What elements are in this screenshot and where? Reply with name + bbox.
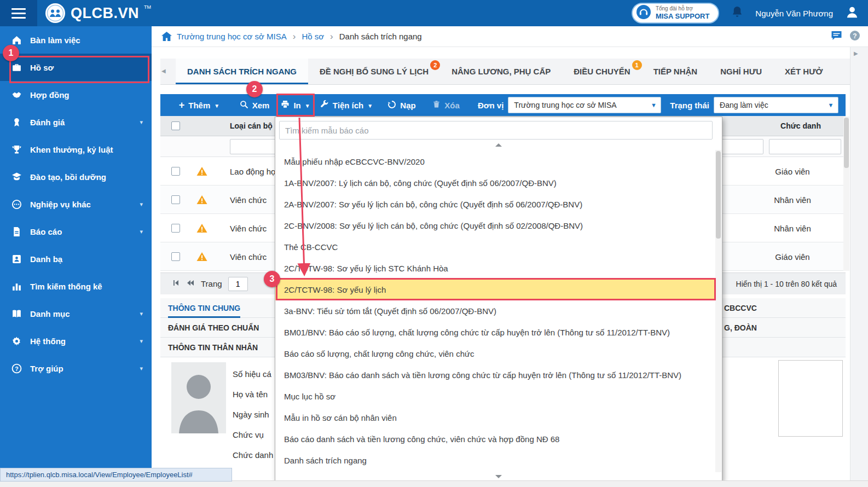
sidebar-item-khen-thuong[interactable]: Khen thưởng, kỷ luật [0, 136, 152, 163]
warning-icon [196, 223, 207, 233]
tab-nghi-huu[interactable]: NGHỈ HƯU [709, 59, 773, 84]
filter-input-chuc-danh[interactable] [769, 139, 841, 154]
sidebar-item-tim-kiem-thong-ke[interactable]: Tìm kiếm thống kê [0, 273, 152, 300]
detail-tab-danh-gia-theo-chuan[interactable]: ĐÁNH GIÁ THEO CHUẨN [168, 318, 259, 338]
column-header-chuc-danh[interactable]: Chức danh [765, 121, 836, 130]
help-circle-icon[interactable]: ? [849, 30, 860, 43]
print-menu-item[interactable]: Mẫu in hồ sơ cán bộ nhân viên [275, 407, 715, 428]
add-button[interactable]: + Thêm▼ [167, 94, 232, 116]
row-checkbox[interactable] [171, 252, 180, 261]
print-menu-item[interactable]: BM01/BNV: Báo cáo số lượng, chất lượng c… [275, 322, 715, 343]
print-menu-item[interactable]: Báo cáo danh sách và tiền lương công chứ… [275, 428, 715, 450]
app-logo: QLCB.VN TM [45, 0, 151, 26]
print-menu-item[interactable]: Danh sách trích ngang [275, 450, 715, 471]
tab-de-nghi-bo-sung-ly-lich[interactable]: ĐỀ NGHỊ BỔ SUNG LÝ LỊCH2 [308, 59, 440, 84]
sidebar-item-nghiep-vu-khac[interactable]: Nghiệp vụ khác ▾ [0, 190, 152, 218]
breadcrumb-hoso-link[interactable]: Hồ sơ [302, 32, 324, 41]
column-header-loai-can-bo[interactable]: Loại cán bộ [230, 121, 273, 130]
chevron-down-icon: ▾ [140, 201, 143, 208]
unit-select[interactable]: Trường trung học cơ sở MISA ▼ [508, 97, 661, 113]
print-menu-item[interactable]: Mục lục hồ sơ [275, 386, 715, 407]
scroll-up-icon[interactable] [495, 143, 502, 147]
utilities-button[interactable]: Tiện ích▼ [314, 94, 379, 116]
notification-bell-icon[interactable] [731, 5, 743, 21]
sidebar-nav: Bàn làm việc Hồ sơ Hợp đồng Đánh giá ▾ K… [0, 26, 152, 487]
tabs-scroll-right-icon[interactable]: ▶ [854, 50, 858, 56]
sidebar-item-he-thong[interactable]: Hệ thống ▾ [0, 327, 152, 355]
print-button[interactable]: In▼ [277, 94, 314, 116]
tab-badge: 2 [430, 60, 440, 70]
refresh-button[interactable]: Nạp [379, 94, 424, 116]
hamburger-menu-icon[interactable] [0, 0, 37, 26]
first-page-icon[interactable] [172, 279, 180, 289]
logo-text: QLCB.VN [71, 0, 139, 26]
chevron-down-icon: ▼ [646, 102, 661, 108]
tab-xet-huong[interactable]: XÉT HƯỞ [773, 59, 834, 84]
top-bar: QLCB.VN TM Tổng đài hỗ trợ MISA SUPPORT … [0, 0, 868, 26]
sidebar-item-dao-tao[interactable]: Đào tạo, bồi dưỡng [0, 163, 152, 190]
chevron-down-icon: ▾ [140, 365, 143, 372]
sidebar-item-ban-lam-viec[interactable]: Bàn làm việc [0, 26, 152, 54]
status-bar-url: https://tplien.qlcb.misa.local/View/Empl… [0, 468, 232, 482]
print-menu-item[interactable]: 3a-BNV: Tiểu sử tóm tắt (Quyết định số 0… [275, 300, 715, 322]
feedback-chat-icon[interactable] [830, 30, 843, 43]
print-menu-item[interactable]: Báo cáo số lượng, chất lượng công chức, … [275, 343, 715, 364]
sidebar-item-ho-so[interactable]: Hồ sơ [0, 54, 152, 81]
detail-tab-dang-doan[interactable]: G, ĐOÀN [724, 318, 757, 338]
sidebar-item-bao-cao[interactable]: Báo cáo ▾ [0, 218, 152, 245]
user-name[interactable]: Nguyễn Văn Phương [755, 9, 833, 18]
field-label-chuc-danh: Chức danh [233, 450, 273, 460]
employee-photo-placeholder [171, 362, 226, 434]
select-all-checkbox[interactable] [171, 121, 180, 130]
logo-trademark: TM [144, 4, 151, 10]
detail-tab-thong-tin-than-nhan[interactable]: THÔNG TIN THÂN NHÂN [168, 338, 258, 357]
user-avatar-icon[interactable] [845, 5, 859, 21]
tab-nang-luong-phu-cap[interactable]: NÂNG LƯƠNG, PHỤ CẤP [440, 59, 562, 84]
detail-tab-thong-tin-chung[interactable]: THÔNG TIN CHUNG [168, 298, 240, 318]
print-menu-item[interactable]: 2C-BNV/2008: Sơ yếu lý lịch cán bộ, công… [275, 215, 715, 236]
annotation-step-2: 2 [246, 81, 263, 97]
print-menu-item[interactable]: 1A-BNV/2007: Lý lịch cán bộ, công chức (… [275, 172, 715, 194]
tab-danh-sach-trich-ngang[interactable]: DANH SÁCH TRÍCH NGANG [176, 59, 308, 84]
prev-page-icon[interactable] [186, 279, 195, 289]
misa-support-button[interactable]: Tổng đài hỗ trợ MISA SUPPORT [632, 3, 719, 24]
sidebar-item-danh-gia[interactable]: Đánh giá ▾ [0, 108, 152, 136]
breadcrumb-unit-link[interactable]: Trường trung học cơ sở MISA [177, 32, 287, 41]
scroll-down-icon[interactable] [495, 475, 502, 478]
field-label-ho-va-ten: Họ và tên [233, 390, 268, 399]
row-checkbox[interactable] [171, 224, 180, 233]
row-checkbox[interactable] [171, 195, 180, 204]
print-menu-item[interactable]: Thẻ CB-CCVC [275, 236, 715, 258]
warning-icon [196, 195, 207, 205]
print-menu-scrollbar[interactable] [715, 150, 721, 472]
breadcrumb-home-icon[interactable] [161, 32, 172, 41]
detail-tab-cbccvc[interactable]: CBCCVC [724, 298, 757, 318]
breadcrumb-separator: › [330, 31, 333, 42]
delete-button[interactable]: Xóa [424, 94, 468, 116]
tabs-scroll-left-icon[interactable]: ◀ [161, 68, 166, 74]
print-menu-item[interactable]: Mẫu phiếu nhập eCBCCVC-BNV/2020 [275, 151, 715, 172]
report-search-input[interactable] [279, 121, 713, 140]
briefcase-icon [11, 62, 22, 73]
book-icon [11, 308, 22, 319]
table-vertical-scrollbar[interactable] [843, 117, 849, 271]
tab-tiep-nhan[interactable]: TIẾP NHẬN [642, 59, 709, 84]
print-menu-item[interactable]: BM03/BNV: Báo cáo danh sách và tiền lươn… [275, 364, 715, 386]
status-select[interactable]: Đang làm việc ▼ [714, 97, 838, 113]
sidebar-item-tro-giup[interactable]: ? Trợ giúp ▾ [0, 355, 152, 382]
print-menu-item[interactable]: 2A-BNV/2007: Sơ yếu lý lịch cán bộ, công… [275, 194, 715, 215]
page-number-input[interactable] [228, 277, 248, 291]
sidebar-item-danh-ba[interactable]: Danh bạ [0, 245, 152, 273]
app-window: QLCB.VN TM Tổng đài hỗ trợ MISA SUPPORT … [0, 0, 868, 487]
sidebar-item-danh-muc[interactable]: Danh mục ▾ [0, 300, 152, 327]
print-menu-item-highlighted[interactable]: 2C/TCTW-98: Sơ yếu lý lịch [275, 279, 715, 300]
tab-dieu-chuyen[interactable]: ĐIỀU CHUYỂN1 [562, 59, 641, 84]
sidebar-item-hop-dong[interactable]: Hợp đồng [0, 81, 152, 108]
headset-icon [636, 5, 651, 21]
print-menu-item[interactable]: 2C/TCTW-98: Sơ yếu lý lịch STC Khánh Hòa [275, 258, 715, 279]
row-checkbox[interactable] [171, 167, 180, 176]
refresh-icon [387, 100, 396, 111]
view-button[interactable]: Xem [232, 94, 277, 116]
support-line1: Tổng đài hỗ trợ [656, 5, 709, 13]
field-label-ngay-sinh: Ngày sinh [233, 410, 269, 419]
